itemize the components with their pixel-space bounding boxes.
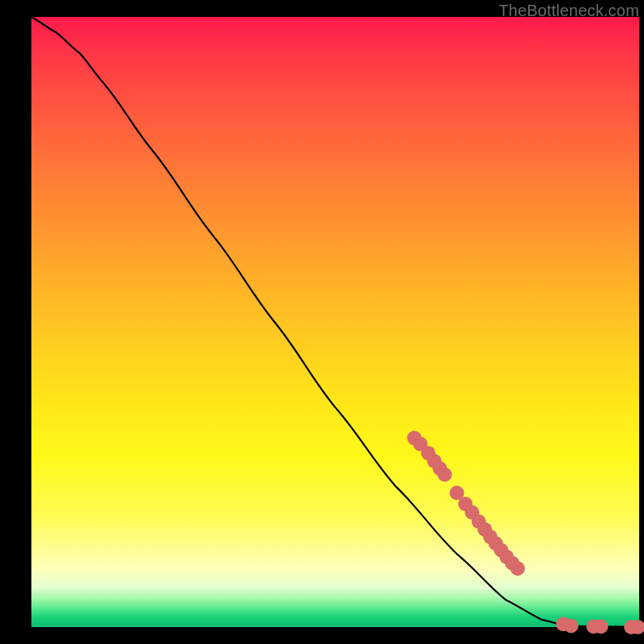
data-point [437,468,452,482]
curve-line [31,17,639,627]
data-point [593,619,608,634]
data-point [510,561,525,576]
chart-frame: TheBottleneck.com [0,0,644,644]
markers-group [407,431,644,634]
chart-svg [31,17,639,627]
plot-area [31,17,639,627]
data-point [564,618,578,633]
